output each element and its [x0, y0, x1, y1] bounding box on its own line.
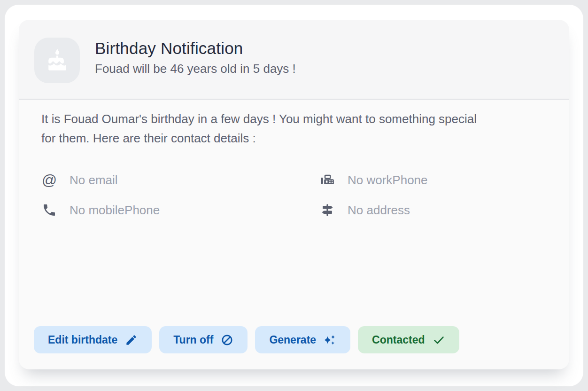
turn-off-button[interactable]: Turn off	[159, 326, 248, 353]
contacted-button[interactable]: Contacted	[358, 326, 459, 353]
contact-item-email: @ No email	[41, 172, 319, 188]
button-label: Turn off	[173, 334, 213, 346]
page-subtitle: Fouad will be 46 years old in 5 days !	[95, 62, 296, 76]
generate-button[interactable]: Generate	[255, 326, 350, 353]
contact-label: No workPhone	[348, 173, 428, 188]
app-surface: Birthday Notification Fouad will be 46 y…	[5, 5, 583, 386]
check-icon	[433, 334, 445, 346]
action-buttons: Edit birthdate Turn off Generate	[19, 326, 569, 369]
contact-item-address: No address	[319, 203, 547, 218]
ban-icon	[221, 334, 233, 346]
pencil-icon	[125, 334, 138, 346]
contact-label: No address	[348, 203, 410, 218]
contact-item-mobile-phone: No mobilePhone	[41, 203, 319, 218]
page-title: Birthday Notification	[95, 39, 296, 58]
cake-icon	[34, 38, 80, 83]
sparkles-icon	[324, 334, 336, 346]
notification-message: It is Fouad Oumar's birthday in a few da…	[41, 109, 485, 148]
contact-label: No email	[70, 173, 118, 188]
contact-label: No mobilePhone	[70, 203, 160, 218]
card-header: Birthday Notification Fouad will be 46 y…	[19, 20, 569, 100]
birthday-notification-card: Birthday Notification Fouad will be 46 y…	[19, 20, 569, 369]
button-label: Contacted	[372, 334, 425, 346]
work-phone-icon	[319, 172, 335, 188]
header-titles: Birthday Notification Fouad will be 46 y…	[95, 38, 296, 76]
contact-item-work-phone: No workPhone	[319, 172, 547, 188]
button-label: Generate	[269, 334, 316, 346]
email-icon: @	[41, 172, 57, 188]
address-icon	[319, 202, 335, 218]
mobile-phone-icon	[41, 202, 57, 218]
edit-birthdate-button[interactable]: Edit birthdate	[34, 326, 152, 353]
button-label: Edit birthdate	[48, 334, 117, 346]
card-body: It is Fouad Oumar's birthday in a few da…	[19, 100, 569, 326]
contact-details: @ No email	[41, 172, 547, 218]
